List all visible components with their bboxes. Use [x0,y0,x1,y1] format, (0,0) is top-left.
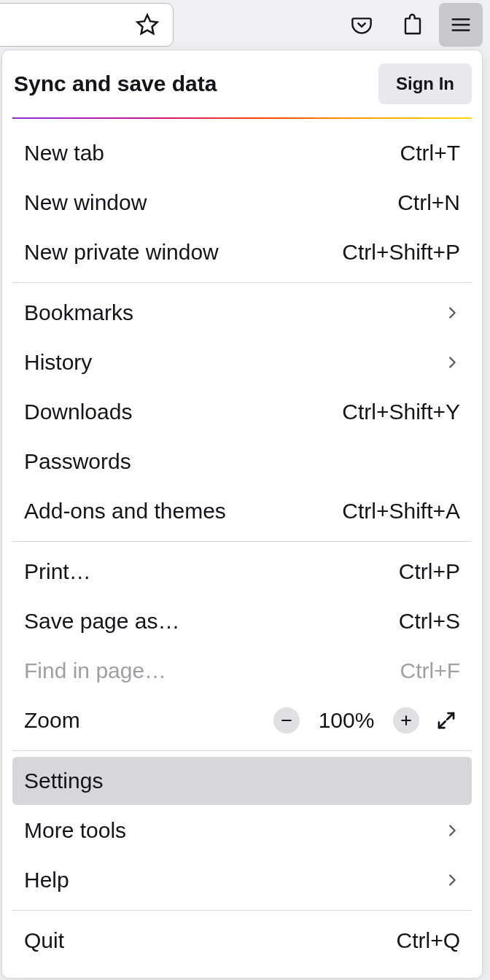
menu-item-addons[interactable]: Add-ons and themes Ctrl+Shift+A [2,487,482,535]
extensions-button[interactable] [395,7,430,42]
menu-item-print[interactable]: Print… Ctrl+P [2,548,482,596]
menu-shortcut: Ctrl+N [397,190,460,215]
menu-label: Quit [24,928,64,953]
chevron-right-icon [444,305,460,321]
menu-item-save-page[interactable]: Save page as… Ctrl+S [2,597,482,645]
menu-item-find-in-page: Find in page… Ctrl+F [2,647,482,695]
menu-label: Help [24,868,69,892]
separator [12,282,472,283]
menu-item-passwords[interactable]: Passwords [2,438,482,486]
menu-item-new-tab[interactable]: New tab Ctrl+T [2,129,482,177]
menu-item-new-private-window[interactable]: New private window Ctrl+Shift+P [2,228,482,276]
menu-item-new-window[interactable]: New window Ctrl+N [2,179,482,227]
app-menu-button[interactable] [439,3,483,47]
menu-shortcut: Ctrl+Shift+P [342,240,460,265]
menu-label: History [24,350,92,375]
fullscreen-button[interactable] [432,707,460,734]
menu-label: Find in page… [24,658,166,683]
sync-row: Sync and save data Sign In [2,50,482,117]
zoom-value: 100% [313,708,380,733]
menu-label: Bookmarks [24,300,133,325]
sync-title: Sync and save data [14,71,217,96]
browser-toolbar [0,0,490,50]
url-bar[interactable] [0,3,174,47]
zoom-label: Zoom [24,708,260,733]
pocket-button[interactable] [344,7,379,42]
menu-label: Passwords [24,449,131,474]
menu-shortcut: Ctrl+Shift+Y [342,400,460,424]
menu-label: Print… [24,559,91,584]
separator [12,750,472,751]
zoom-out-button[interactable] [273,707,300,734]
menu-label: Downloads [24,400,132,424]
menu-label: New tab [24,141,104,166]
menu-item-bookmarks[interactable]: Bookmarks [2,289,482,337]
menu-shortcut: Ctrl+Shift+A [342,499,460,524]
menu-item-more-tools[interactable]: More tools [2,806,482,855]
menu-label: More tools [24,818,126,843]
chevron-right-icon [444,354,460,370]
menu-label: New window [24,190,147,215]
bookmark-star-icon[interactable] [135,12,160,37]
separator [12,910,472,911]
menu-shortcut: Ctrl+P [399,559,460,584]
menu-item-history[interactable]: History [2,338,482,386]
sign-in-button[interactable]: Sign In [378,63,472,104]
menu-shortcut: Ctrl+T [400,141,461,166]
menu-label: Settings [24,769,103,793]
menu-item-quit[interactable]: Quit Ctrl+Q [2,917,482,965]
zoom-in-button[interactable] [393,707,419,734]
separator [12,541,472,542]
app-menu-panel: Sync and save data Sign In New tab Ctrl+… [1,50,483,979]
menu-label: Add-ons and themes [24,499,226,524]
menu-label: New private window [24,240,219,265]
menu-shortcut: Ctrl+Q [396,928,460,953]
chevron-right-icon [444,822,460,839]
menu-item-downloads[interactable]: Downloads Ctrl+Shift+Y [2,388,482,436]
menu-shortcut: Ctrl+S [399,609,460,634]
menu-label: Save page as… [24,609,179,634]
chevron-right-icon [444,872,460,888]
menu-item-zoom: Zoom 100% [2,696,482,744]
menu-item-settings[interactable]: Settings [12,757,472,805]
menu-shortcut: Ctrl+F [400,658,461,683]
menu-item-help[interactable]: Help [2,856,482,904]
